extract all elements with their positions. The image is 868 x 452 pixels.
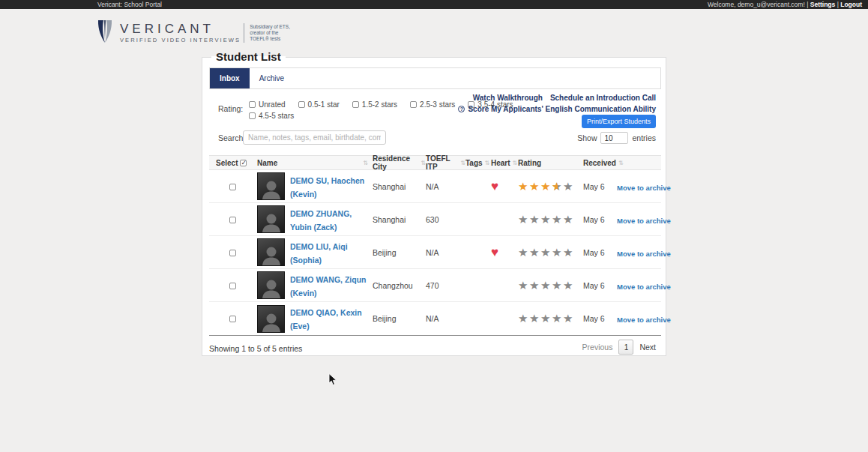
schedule-call-link[interactable]: Schedule an Introduction Call — [550, 94, 656, 102]
score-ability-row: ? Score My Applicants' English Communica… — [458, 105, 656, 113]
entries-summary: Showing 1 to 5 of 5 entries — [209, 344, 302, 353]
residence-city-cell: Beijing — [373, 314, 426, 323]
row-select-checkbox[interactable] — [229, 217, 236, 223]
unrated-checkbox[interactable] — [249, 101, 256, 108]
toefl-itp-cell: N/A — [426, 314, 465, 323]
move-to-archive-link[interactable]: Move to archive — [617, 316, 671, 324]
page-number-button[interactable]: 1 — [618, 340, 633, 355]
toefl-itp-cell: 470 — [426, 281, 465, 290]
star-rating[interactable]: ★★★★★ — [518, 247, 583, 259]
rating-15-2-checkbox[interactable] — [352, 101, 359, 108]
rating-option-15-2[interactable]: 1.5-2 stars — [352, 100, 397, 109]
toefl-itp-cell: N/A — [426, 182, 465, 191]
toefl-itp-cell: N/A — [426, 248, 465, 257]
move-to-archive-link[interactable]: Move to archive — [617, 217, 671, 225]
entries-label: entries — [632, 133, 656, 142]
rating-45-5-checkbox[interactable] — [249, 112, 256, 119]
help-links-row: Watch WalkthroughSchedule an Introductio… — [473, 94, 656, 102]
row-select-checkbox[interactable] — [229, 316, 236, 322]
heart-icon[interactable]: ♥ — [491, 179, 498, 193]
search-input[interactable] — [243, 130, 386, 145]
table-row: DEMO WANG, Ziqun (Kevin) Changzhou 470 ♥… — [209, 269, 661, 302]
rating-filter-label: Rating: — [218, 104, 243, 113]
show-entries-control: Show entries — [577, 132, 656, 144]
entries-count-input[interactable] — [600, 132, 628, 144]
table-row: DEMO LIU, Aiqi (Sophia) Beijing N/A ♥ ★★… — [209, 236, 661, 269]
star-rating[interactable]: ★★★★★ — [518, 280, 583, 292]
row-select-checkbox[interactable] — [229, 283, 236, 289]
tab-inbox[interactable]: Inbox — [210, 68, 250, 88]
score-ability-link[interactable]: Score My Applicants' English Communicati… — [468, 105, 656, 113]
table-header-row: Select Name⇅ Residence City⇅ TOEFL ITP⇅ … — [209, 155, 661, 170]
logout-link[interactable]: Logout — [840, 1, 862, 8]
student-name-link[interactable]: DEMO WANG, Ziqun (Kevin) — [290, 275, 367, 298]
info-icon: ? — [458, 106, 465, 112]
row-select-checkbox[interactable] — [229, 184, 236, 190]
rating-option-unrated[interactable]: Unrated — [249, 100, 286, 109]
select-all-checkbox[interactable] — [240, 160, 247, 166]
header-rating: Rating — [518, 159, 583, 167]
sort-icon: ⇅ — [513, 160, 518, 166]
received-date-cell: May 6 — [583, 182, 617, 191]
table-body: DEMO SU, Haochen (Kevin) Shanghai N/A ♥ … — [209, 170, 661, 336]
sort-icon: ⇅ — [421, 160, 426, 166]
student-photo[interactable] — [257, 238, 285, 266]
print-export-button[interactable]: Print/Export Students — [582, 115, 656, 128]
table-row: DEMO ZHUANG, Yubin (Zack) Shanghai 630 ♥… — [209, 203, 661, 236]
student-photo[interactable] — [257, 172, 285, 200]
received-date-cell: May 6 — [583, 314, 617, 323]
student-photo[interactable] — [257, 271, 285, 299]
student-table: Select Name⇅ Residence City⇅ TOEFL ITP⇅ … — [209, 155, 661, 336]
logo-divider — [244, 23, 244, 43]
heart-icon[interactable]: ♥ — [491, 245, 498, 259]
residence-city-cell: Shanghai — [373, 182, 426, 191]
move-to-archive-link[interactable]: Move to archive — [617, 250, 671, 258]
received-date-cell: May 6 — [583, 248, 617, 257]
window-title: Vericant: School Portal — [97, 0, 162, 9]
vericant-logo: VERICANT VERIFIED VIDEO INTERVIEWS Subsi… — [95, 19, 290, 46]
watch-walkthrough-link[interactable]: Watch Walkthrough — [473, 94, 543, 102]
move-to-archive-link[interactable]: Move to archive — [617, 283, 671, 291]
student-name-link[interactable]: DEMO ZHUANG, Yubin (Zack) — [290, 209, 352, 232]
student-name-link[interactable]: DEMO SU, Haochen (Kevin) — [290, 176, 364, 199]
row-select-checkbox[interactable] — [229, 250, 236, 256]
star-rating[interactable]: ★★★★★ — [518, 214, 583, 226]
pagination: Previous 1 Next — [582, 340, 656, 355]
residence-city-cell: Shanghai — [373, 215, 426, 224]
rating-option-05-1[interactable]: 0.5-1 star — [298, 100, 340, 109]
received-date-cell: May 6 — [583, 281, 617, 290]
star-rating[interactable]: ★★★★★★ — [518, 181, 583, 193]
brand-tagline: VERIFIED VIDEO INTERVIEWS — [120, 37, 241, 43]
residence-city-cell: Beijing — [373, 248, 426, 257]
rating-25-3-checkbox[interactable] — [410, 101, 417, 108]
header-tags[interactable]: Tags⇅ — [465, 159, 491, 167]
subsidiary-text: Subsidiary of ETS, creator of the TOEFL®… — [250, 24, 290, 42]
table-row: DEMO SU, Haochen (Kevin) Shanghai N/A ♥ … — [209, 170, 661, 203]
header-toefl-itp[interactable]: TOEFL ITP⇅ — [426, 154, 465, 171]
page-title: Student List — [211, 50, 286, 63]
star-rating[interactable]: ★★★★★ — [518, 313, 583, 325]
sort-icon: ⇅ — [460, 160, 465, 166]
student-list-panel: Student List Inbox Archive Rating: Unrat… — [202, 57, 666, 356]
header-received[interactable]: Received⇅ — [583, 159, 617, 167]
rating-option-25-3[interactable]: 2.5-3 stars — [410, 100, 455, 109]
student-name-link[interactable]: DEMO QIAO, Kexin (Eve) — [290, 308, 362, 331]
header-residence-city[interactable]: Residence City⇅ — [373, 154, 426, 171]
next-page-button[interactable]: Next — [639, 343, 656, 352]
student-name-link[interactable]: DEMO LIU, Aiqi (Sophia) — [290, 242, 348, 265]
tab-archive[interactable]: Archive — [250, 68, 294, 88]
rating-05-1-checkbox[interactable] — [298, 101, 305, 108]
top-bar: Vericant: School Portal Welcome, demo_u@… — [0, 0, 868, 9]
student-photo[interactable] — [257, 305, 285, 333]
received-date-cell: May 6 — [583, 215, 617, 224]
sort-icon: ⇅ — [485, 160, 490, 166]
move-to-archive-link[interactable]: Move to archive — [617, 184, 671, 192]
header-name[interactable]: Name⇅ — [257, 159, 373, 167]
previous-page-button[interactable]: Previous — [582, 343, 613, 352]
settings-link[interactable]: Settings — [810, 1, 836, 8]
rating-option-45-5[interactable]: 4.5-5 stars — [249, 112, 294, 120]
toefl-itp-cell: 630 — [426, 215, 465, 224]
student-photo[interactable] — [257, 205, 285, 233]
header-heart[interactable]: Heart⇅ — [491, 159, 518, 167]
rating-options-row2: 4.5-5 stars — [249, 112, 294, 120]
